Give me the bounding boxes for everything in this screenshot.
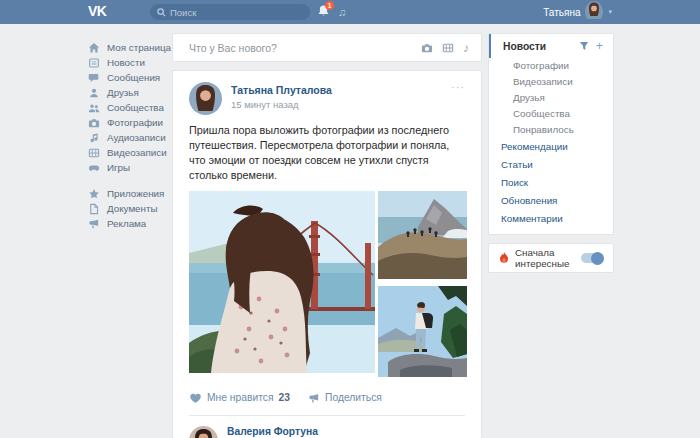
post-timestamp: 15 минут назад: [231, 99, 332, 110]
notifications-bell-icon[interactable]: 1: [317, 4, 330, 22]
interesting-first-card: Сначала интересные: [488, 243, 614, 273]
feed-column: ♪ Татьяна Плуталова 15 минут назад ··· П…: [172, 33, 482, 438]
sidebar-label: Сообщества: [107, 102, 164, 113]
sidebar-item-games[interactable]: Игры: [88, 160, 172, 175]
music-icon[interactable]: ♫: [338, 4, 346, 20]
sidebar-label: Аудиозаписи: [107, 132, 166, 143]
news-link-comments[interactable]: Комментарии: [489, 210, 613, 228]
like-button[interactable]: Мне нравится 23: [189, 392, 290, 404]
megaphone-icon: [88, 218, 100, 230]
rocky-coast-photo[interactable]: [378, 191, 467, 283]
sidebar-item-my-page[interactable]: Моя страница: [88, 40, 172, 55]
post-composer[interactable]: ♪: [172, 33, 482, 62]
news-filter-card: Новости + Фотографии Видеозаписи Друзья …: [488, 33, 614, 235]
hiker-on-rock-photo[interactable]: [378, 286, 467, 381]
post-author-name[interactable]: Татьяна Плуталова: [231, 84, 332, 96]
search-input[interactable]: [170, 7, 303, 18]
video-icon: [88, 147, 100, 159]
post-meta: Татьяна Плуталова 15 минут назад: [231, 82, 332, 115]
composer-input[interactable]: [189, 42, 412, 54]
home-icon: [88, 42, 100, 54]
share-button[interactable]: Поделиться: [308, 392, 382, 404]
sidebar-label: Фотографии: [107, 117, 163, 128]
news-link-search[interactable]: Поиск: [489, 174, 613, 192]
post-menu-button[interactable]: ···: [451, 82, 465, 115]
interesting-toggle[interactable]: [581, 253, 603, 263]
comment-body: Валерия Фортуна Какая красивая природа! …: [227, 426, 465, 438]
funnel-icon[interactable]: [579, 41, 589, 51]
sidebar-item-groups[interactable]: Сообщества: [88, 100, 172, 115]
sidebar-divider: [88, 175, 172, 186]
comment-author-name[interactable]: Валерия Фортуна: [227, 426, 465, 437]
topbar: VK 1 ♫ Татьяна ▾: [0, 0, 700, 24]
right-sidebar: Новости + Фотографии Видеозаписи Друзья …: [488, 33, 614, 273]
vk-logo[interactable]: VK: [88, 3, 106, 19]
sidebar-label: Моя страница: [107, 42, 171, 53]
document-icon: [88, 203, 100, 215]
sidebar-item-video[interactable]: Видеозаписи: [88, 145, 172, 160]
toggle-knob: [591, 252, 604, 265]
camera-icon[interactable]: [421, 42, 433, 54]
sidebar-item-ads[interactable]: Реклама: [88, 216, 172, 231]
fire-icon: [499, 252, 509, 264]
news-link-articles[interactable]: Статьи: [489, 156, 613, 174]
sidebar-item-news[interactable]: Новости: [88, 55, 172, 70]
interesting-first-label: Сначала интересные: [515, 247, 581, 269]
search-icon: [157, 3, 170, 21]
music-note-icon: [88, 132, 100, 144]
news-filter-friends[interactable]: Друзья: [489, 90, 613, 106]
sidebar-label: Сообщения: [107, 72, 160, 83]
sidebar-label: Видеозаписи: [107, 147, 167, 158]
chevron-down-icon: ▾: [608, 8, 612, 16]
feed-post: Татьяна Плуталова 15 минут назад ··· При…: [172, 70, 482, 438]
sidebar-item-apps[interactable]: Приложения: [88, 186, 172, 201]
news-filter-videos[interactable]: Видеозаписи: [489, 74, 613, 90]
sidebar-item-messages[interactable]: Сообщения: [88, 70, 172, 85]
music-note-icon[interactable]: ♪: [463, 42, 469, 54]
heart-icon: [189, 392, 202, 404]
share-icon: [308, 392, 320, 404]
sidebar-label: Приложения: [107, 188, 164, 199]
sidebar-label: Реклама: [107, 218, 146, 229]
star-icon: [88, 188, 100, 200]
sidebar-label: Новости: [107, 57, 145, 68]
left-sidebar: Моя страница Новости Сообщения Друзья Со…: [88, 40, 172, 231]
friends-icon: [88, 87, 100, 99]
post-photo-column: [378, 191, 467, 381]
share-label: Поделиться: [325, 392, 382, 403]
groups-icon: [88, 102, 100, 114]
sidebar-item-friends[interactable]: Друзья: [88, 85, 172, 100]
video-grid-icon[interactable]: [442, 42, 454, 54]
news-filter-liked[interactable]: Понравилось: [489, 122, 613, 138]
vk-page: VK 1 ♫ Татьяна ▾ Моя страница Нов: [0, 0, 700, 438]
news-icon: [88, 57, 100, 69]
user-name: Татьяна: [543, 7, 580, 18]
sidebar-label: Игры: [107, 162, 130, 173]
news-filter-title-row[interactable]: Новости +: [489, 34, 613, 58]
news-filter-photos[interactable]: Фотографии: [489, 58, 613, 74]
sidebar-item-documents[interactable]: Документы: [88, 201, 172, 216]
sidebar-item-photos[interactable]: Фотографии: [88, 115, 172, 130]
post-header: Татьяна Плуталова 15 минут назад ···: [189, 82, 465, 115]
messages-icon: [88, 72, 100, 84]
news-link-updates[interactable]: Обновления: [489, 192, 613, 210]
news-link-recommendations[interactable]: Рекомендации: [489, 138, 613, 156]
golden-gate-bridge-photo[interactable]: [189, 191, 375, 381]
post-author-avatar[interactable]: [189, 82, 222, 115]
plus-icon[interactable]: +: [596, 40, 603, 52]
user-menu[interactable]: Татьяна ▾: [543, 2, 612, 22]
sidebar-item-audio[interactable]: Аудиозаписи: [88, 130, 172, 145]
post-actions: Мне нравится 23 Поделиться: [189, 381, 465, 415]
like-label: Мне нравится: [207, 392, 274, 403]
user-avatar: [585, 1, 603, 23]
search-box[interactable]: [150, 4, 310, 20]
post-text: Пришла пора выложить фотографии из после…: [189, 123, 465, 183]
like-count: 23: [279, 392, 290, 403]
comment-author-avatar[interactable]: [189, 426, 218, 438]
news-filter-groups[interactable]: Сообщества: [489, 106, 613, 122]
news-filter-title: Новости: [503, 41, 572, 52]
notification-badge: 1: [325, 1, 334, 10]
sidebar-label: Документы: [107, 203, 158, 214]
sidebar-label: Друзья: [107, 87, 139, 98]
camera-icon: [88, 117, 100, 129]
